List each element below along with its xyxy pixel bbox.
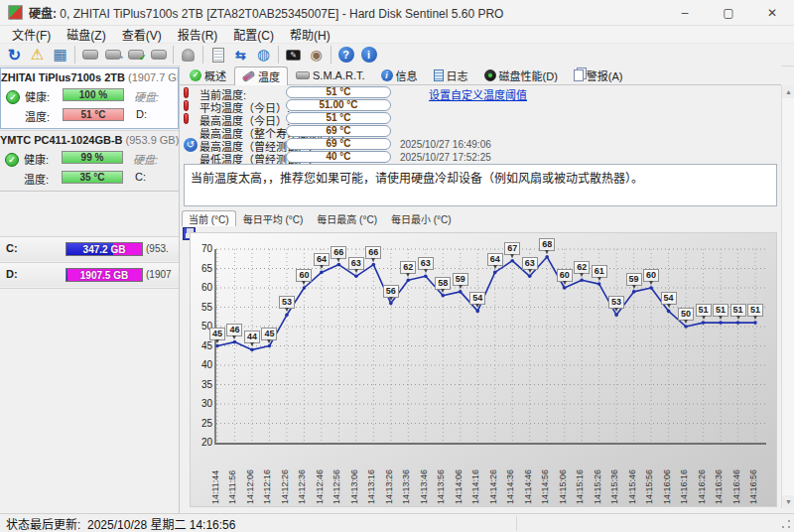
info-icon[interactable]: i — [357, 45, 380, 65]
thermometer-alert-icon — [184, 100, 189, 111]
divider — [0, 288, 179, 289]
window-title: 硬盘: 0, ZHITAI TiPlus7100s 2TB [ZTA82T0AB… — [29, 4, 503, 21]
menu-report[interactable]: 报告(R) — [170, 25, 226, 44]
overview-check-icon: ✓ — [190, 69, 201, 81]
partition-row-d[interactable]: D: 1907.5 GB (1907 — [0, 262, 179, 287]
tab-alerts[interactable]: 警报(A) — [566, 66, 631, 84]
subtab-daily-average[interactable]: 每日平均 (°C) — [236, 210, 311, 226]
toolbar-separator — [331, 46, 331, 64]
y-axis-tick: 30 — [193, 398, 212, 409]
vertical-scrollbar[interactable]: ▲ ▼ — [781, 85, 794, 508]
tab-overview[interactable]: ✓概述 — [182, 66, 234, 84]
x-axis-tick: 14:13:36 — [401, 447, 413, 504]
health-label: 健康: — [24, 151, 49, 167]
tab-performance[interactable]: 磁盘性能(D) — [476, 66, 566, 84]
subtab-current[interactable]: 当前 (°C) — [182, 210, 236, 226]
resize-grip[interactable] — [780, 518, 792, 530]
report-document-icon[interactable] — [206, 45, 229, 65]
x-axis-tick: 14:12:06 — [245, 447, 257, 504]
temp-value: 69 °C — [286, 125, 391, 137]
temp-row-current: 当前温度: 51 °C 设置自定义温度阈值 — [180, 86, 781, 99]
toolbar-separator — [202, 46, 203, 64]
y-axis-tick: 40 — [193, 359, 212, 370]
disk-card-zhitai[interactable]: ZHITAI TiPlus7100s 2TB (1907.7 GB ✓ 健康: … — [0, 67, 179, 129]
data-point-label: 62 — [400, 261, 416, 274]
x-axis-tick: 14:15:36 — [609, 447, 621, 504]
window-title-rest: 0, ZHITAI TiPlus7100s 2TB [ZTA82T0AB2534… — [57, 7, 503, 21]
temp-row-average: 平均温度（今日）: 51.00 °C — [180, 99, 781, 112]
chart-plot-area: 202530354045505560657014:11:4414:11:5614… — [214, 249, 766, 445]
drive-letter: D: — [136, 108, 147, 120]
temp-bar: 51 °C — [63, 108, 124, 121]
status-bar: 状态最后更新: 2025/10/28 星期二 14:16:56 — [0, 513, 794, 532]
disk-monitor-icon[interactable]: ▦ — [49, 45, 71, 65]
x-axis-tick: 14:15:56 — [644, 447, 656, 504]
data-point-label: 62 — [574, 261, 590, 274]
y-axis-tick: 60 — [193, 282, 212, 293]
tab-information[interactable]: i信息 — [373, 66, 426, 84]
thermometer-alert-icon — [184, 87, 189, 98]
help-icon[interactable]: ? — [334, 45, 357, 65]
close-button[interactable]: ✕ — [750, 0, 794, 26]
status-last-update: 状态最后更新: 2025/10/28 星期二 14:16:56 — [0, 515, 235, 532]
sound-alert-icon[interactable]: ◉ — [305, 45, 328, 65]
data-point-label: 66 — [331, 246, 346, 259]
health-label: 健康: — [25, 88, 50, 104]
subtab-daily-min[interactable]: 每日最小 (°C) — [384, 210, 459, 226]
tab-bar: ✓概述 温度 S.M.A.R.T. i信息 日志 磁盘性能(D) 警报(A) — [180, 66, 781, 85]
refresh-icon[interactable]: ↻ — [3, 45, 26, 65]
monitor-test-icon[interactable]: ✎ — [282, 45, 305, 65]
scroll-down-icon[interactable]: ▼ — [782, 495, 794, 508]
health-bar: 100 % — [63, 88, 124, 101]
tab-log[interactable]: 日志 — [426, 66, 476, 84]
disk-scheduled-test-icon: ◔ — [101, 45, 124, 65]
alerts-pages-icon — [574, 69, 584, 81]
data-point-label: 68 — [539, 238, 555, 251]
y-axis-tick: 70 — [193, 243, 212, 254]
minimize-button[interactable]: – — [663, 0, 707, 26]
x-axis-tick: 14:16:16 — [679, 447, 691, 504]
sync-refresh-icon[interactable]: ⇆ — [229, 45, 252, 65]
data-point-label: 63 — [418, 257, 434, 270]
menu-file[interactable]: 文件(F) — [4, 25, 59, 44]
data-point-label: 45 — [209, 328, 225, 340]
x-axis-tick: 14:13:46 — [419, 447, 431, 504]
temp-row-max-lifetime: 最高温度（整个寿命周期间）: 69 °C — [180, 125, 781, 138]
network-status-icon[interactable]: ◍ — [252, 45, 275, 65]
thermometer-icon — [241, 70, 255, 82]
x-axis-tick: 14:16:26 — [697, 447, 709, 504]
disk-word-label: 硬盘: — [134, 88, 159, 104]
partition-space-bar: 347.2 GB — [66, 242, 143, 256]
x-axis-tick: 14:12:26 — [280, 447, 292, 504]
temp-timestamp: 2025/10/27 16:49:06 — [400, 139, 491, 150]
data-point-label: 63 — [522, 257, 538, 270]
tab-temperature[interactable]: 温度 — [234, 66, 288, 85]
partition-row-c[interactable]: C: 347.2 GB (953. — [0, 236, 179, 261]
log-doc-icon — [434, 69, 444, 81]
tab-smart[interactable]: S.M.A.R.T. — [288, 66, 373, 84]
chart-subtab-bar: 当前 (°C) 每日平均 (°C) 每日最高 (°C) 每日最小 (°C) — [182, 209, 459, 226]
data-point-label: 64 — [487, 253, 503, 266]
data-point-label: 51 — [730, 304, 746, 317]
data-point-label: 51 — [696, 304, 712, 317]
temp-timestamp: 2025/10/27 17:52:25 — [400, 152, 491, 163]
data-point-label: 44 — [244, 331, 260, 343]
menu-view[interactable]: 查看(V) — [114, 25, 170, 44]
temp-label: 温度: — [24, 171, 49, 187]
menu-config[interactable]: 配置(C) — [225, 25, 282, 44]
subtab-daily-max[interactable]: 每日最高 (°C) — [310, 210, 384, 226]
data-point-label: 53 — [279, 296, 295, 309]
disk-card-ymtc[interactable]: YMTC PC411-1024GB-B (953.9 GB) ✓ 健康: 99 … — [0, 130, 179, 192]
menu-disk[interactable]: 磁盘(Z) — [59, 25, 113, 44]
data-point-label: 60 — [557, 269, 573, 282]
temp-row-max-today: 最高温度（今日）: 51 °C — [180, 112, 781, 125]
menu-help[interactable]: 帮助(H) — [282, 25, 338, 44]
history-restore-icon[interactable]: ↺ — [184, 138, 198, 152]
maximize-button[interactable]: ▢ — [707, 0, 750, 26]
disk-name: ZHITAI TiPlus7100s 2TB (1907.7 GB — [1, 68, 178, 83]
data-point-label: 63 — [348, 257, 364, 270]
temp-value: 51 °C — [286, 112, 391, 124]
alert-warning-icon[interactable]: ⚠ — [26, 45, 49, 65]
total-space-value: (1907 — [146, 269, 172, 280]
scroll-up-icon[interactable]: ▲ — [782, 85, 794, 98]
